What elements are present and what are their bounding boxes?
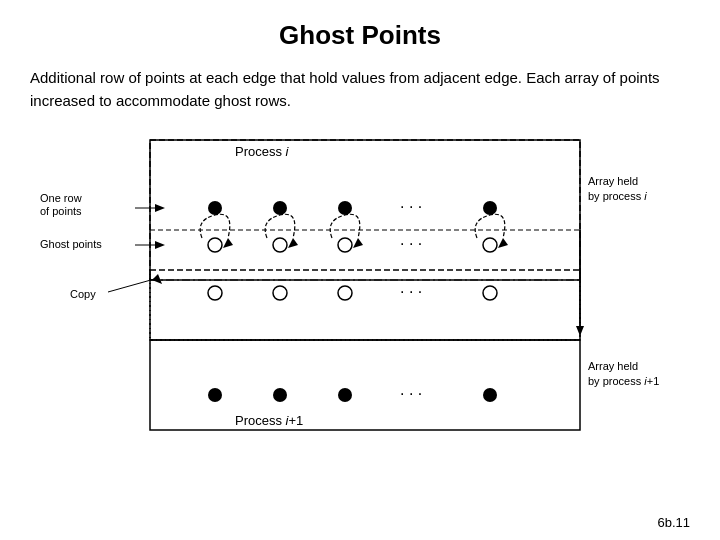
svg-point-16: [273, 238, 287, 252]
svg-text:by process i+1: by process i+1: [588, 375, 659, 387]
one-row-label: One row: [40, 192, 82, 204]
svg-marker-22: [498, 238, 508, 248]
svg-text:· · ·: · · ·: [400, 198, 422, 215]
svg-text:· · ·: · · ·: [400, 235, 422, 252]
svg-marker-35: [576, 326, 584, 336]
svg-point-31: [338, 388, 352, 402]
process-i1-label: Process i+1: [235, 413, 303, 428]
diagram-container: Process i Array held by process i One ro…: [40, 130, 680, 440]
svg-rect-28: [150, 340, 580, 430]
page: Ghost Points Additional row of points at…: [0, 0, 720, 540]
array-held-i1-label: Array held: [588, 360, 638, 372]
svg-point-26: [338, 286, 352, 300]
svg-point-13: [338, 201, 352, 215]
svg-point-12: [273, 201, 287, 215]
svg-point-14: [483, 201, 497, 215]
svg-text:· · ·: · · ·: [400, 283, 422, 300]
ghost-points-label: Ghost points: [40, 238, 102, 250]
svg-point-11: [208, 201, 222, 215]
svg-point-27: [483, 286, 497, 300]
svg-marker-21: [353, 238, 363, 248]
svg-point-24: [208, 286, 222, 300]
array-held-i-label: Array held: [588, 175, 638, 187]
svg-point-32: [483, 388, 497, 402]
svg-text:by process i: by process i: [588, 190, 647, 202]
svg-point-18: [483, 238, 497, 252]
diagram-svg: Process i Array held by process i One ro…: [40, 130, 680, 440]
svg-point-25: [273, 286, 287, 300]
process-i-label: Process i: [235, 144, 290, 159]
svg-marker-6: [155, 204, 165, 212]
svg-marker-8: [155, 241, 165, 249]
svg-point-30: [273, 388, 287, 402]
svg-point-15: [208, 238, 222, 252]
svg-point-29: [208, 388, 222, 402]
svg-point-17: [338, 238, 352, 252]
svg-text:of points: of points: [40, 205, 82, 217]
slide-number: 6b.11: [657, 515, 690, 530]
svg-text:· · ·: · · ·: [400, 385, 422, 402]
description-text: Additional row of points at each edge th…: [30, 67, 690, 112]
svg-marker-19: [223, 238, 233, 248]
svg-marker-20: [288, 238, 298, 248]
copy-label: Copy: [70, 288, 96, 300]
svg-marker-10: [152, 274, 162, 284]
page-title: Ghost Points: [279, 20, 441, 51]
